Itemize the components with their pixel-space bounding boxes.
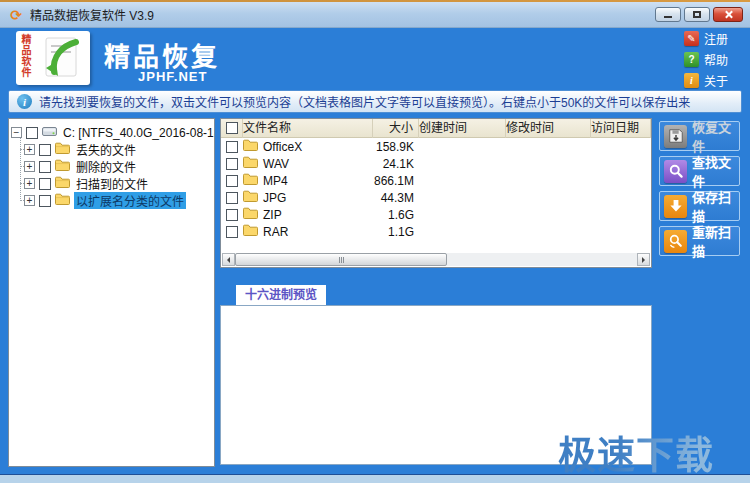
rescan-button[interactable]: 重新扫描 xyxy=(659,226,740,256)
row-checkbox[interactable] xyxy=(226,158,238,170)
about-link[interactable]: i 关于 xyxy=(684,72,740,88)
file-name: ZIP xyxy=(263,208,282,222)
scroll-left-button[interactable] xyxy=(222,253,235,266)
file-name: JPG xyxy=(263,191,286,205)
file-name: MP4 xyxy=(263,174,288,188)
tree-item-scanned-files[interactable]: + 扫描到的文件 xyxy=(24,175,212,192)
file-size: 158.9K xyxy=(373,140,419,154)
tree-item-by-extension[interactable]: + 以扩展名分类的文件 xyxy=(24,192,212,209)
folder-icon xyxy=(243,173,258,188)
table-header-row: 文件名称 大小 创建时间 修改时间 访问日期 xyxy=(221,119,651,138)
help-label: 帮助 xyxy=(704,51,728,68)
file-size: 866.1M xyxy=(373,174,419,188)
select-all-checkbox[interactable] xyxy=(226,122,238,134)
thumb-grip xyxy=(339,257,340,263)
app-window: ⟳ 精品数据恢复软件 V3.9 精品软件 精品恢复 JPHF.NET ✎ 注册 xyxy=(0,0,750,483)
column-size[interactable]: 大小 xyxy=(373,119,419,138)
register-link[interactable]: ✎ 注册 xyxy=(684,30,740,46)
scrollbar-thumb[interactable] xyxy=(235,253,447,266)
table-row[interactable]: MP4 866.1M xyxy=(221,172,651,189)
logo-badge-text: 精品软件 xyxy=(16,31,33,85)
find-files-button[interactable]: 查找文件 xyxy=(659,156,740,186)
folder-icon xyxy=(55,159,70,174)
table-row[interactable]: ZIP 1.6G xyxy=(221,206,651,223)
window-title: 精品数据恢复软件 V3.9 xyxy=(30,6,154,23)
folder-icon xyxy=(55,176,70,191)
expand-icon[interactable]: + xyxy=(24,195,35,206)
tree-item-checkbox[interactable] xyxy=(39,178,51,190)
save-scan-button[interactable]: 保存扫描 xyxy=(659,191,740,221)
file-size: 24.1K xyxy=(373,157,419,171)
scrollbar-track[interactable] xyxy=(235,253,637,266)
tree-item-lost-files[interactable]: + 丢失的文件 xyxy=(24,141,212,158)
file-size: 44.3M xyxy=(373,191,419,205)
row-checkbox[interactable] xyxy=(226,192,238,204)
tree-item-label-selected[interactable]: 以扩展名分类的文件 xyxy=(74,192,186,209)
app-name: 精品恢复 xyxy=(104,36,220,73)
minimize-icon xyxy=(664,16,672,18)
recover-files-label: 恢复文件 xyxy=(692,117,739,155)
file-size: 1.6G xyxy=(373,208,419,222)
website-label: JPHF.NET xyxy=(138,69,207,84)
find-files-label: 查找文件 xyxy=(692,152,739,190)
tab-hex-preview[interactable]: 十六进制预览 xyxy=(236,285,326,305)
info-icon: i xyxy=(17,94,32,109)
about-icon: i xyxy=(684,73,699,88)
tree-item-deleted-files[interactable]: + 删除的文件 xyxy=(24,158,212,175)
tree-root-label[interactable]: C: [NTFS_40.0G_2016-08-18] xyxy=(61,126,215,140)
folder-icon xyxy=(243,207,258,222)
about-label: 关于 xyxy=(704,72,728,89)
rescan-icon xyxy=(664,230,687,253)
scroll-right-icon xyxy=(642,257,648,263)
file-table: 文件名称 大小 创建时间 修改时间 访问日期 OfficeX 158.9K WA… xyxy=(220,118,652,268)
tree-item-checkbox[interactable] xyxy=(39,161,51,173)
help-link[interactable]: ? 帮助 xyxy=(684,51,740,67)
window-bottom-border xyxy=(0,475,750,483)
recover-files-button[interactable]: 恢复文件 xyxy=(659,121,740,151)
drive-tree-panel: − C: [NTFS_40.0G_2016-08-18] + 丢失的文件 + 删… xyxy=(8,118,215,467)
window-controls xyxy=(655,7,743,22)
tree-root-row[interactable]: − C: [NTFS_40.0G_2016-08-18] xyxy=(11,124,212,141)
expand-icon[interactable]: + xyxy=(24,178,35,189)
column-created[interactable]: 创建时间 xyxy=(419,119,506,138)
row-checkbox[interactable] xyxy=(226,226,238,238)
tree-item-checkbox[interactable] xyxy=(39,195,51,207)
scroll-left-icon xyxy=(224,257,230,263)
row-checkbox[interactable] xyxy=(226,175,238,187)
expand-icon[interactable]: + xyxy=(24,144,35,155)
title-bar[interactable]: ⟳ 精品数据恢复软件 V3.9 xyxy=(0,2,750,28)
row-checkbox[interactable] xyxy=(226,141,238,153)
file-size: 1.1G xyxy=(373,225,419,239)
scroll-right-button[interactable] xyxy=(637,253,650,266)
maximize-button[interactable] xyxy=(684,7,710,22)
info-text: 请先找到要恢复的文件，双击文件可以预览内容（文档表格图片文字等可以直接预览）。右… xyxy=(39,93,690,110)
table-row[interactable]: JPG 44.3M xyxy=(221,189,651,206)
folder-icon xyxy=(243,156,258,171)
recover-files-icon xyxy=(664,125,687,148)
tree-item-label[interactable]: 扫描到的文件 xyxy=(74,175,150,192)
collapse-icon[interactable]: − xyxy=(11,127,22,138)
app-logo: 精品软件 xyxy=(16,31,90,85)
expand-icon[interactable]: + xyxy=(24,161,35,172)
column-accessed[interactable]: 访问日期 xyxy=(591,119,651,138)
close-button[interactable] xyxy=(713,7,743,22)
thumb-grip xyxy=(343,257,344,263)
column-file-name[interactable]: 文件名称 xyxy=(243,119,373,138)
table-row[interactable]: WAV 24.1K xyxy=(221,155,651,172)
folder-icon xyxy=(55,193,70,208)
table-row[interactable]: OfficeX 158.9K xyxy=(221,138,651,155)
tree-root-checkbox[interactable] xyxy=(26,127,38,139)
row-checkbox[interactable] xyxy=(226,209,238,221)
column-modified[interactable]: 修改时间 xyxy=(506,119,591,138)
folder-icon xyxy=(243,139,258,154)
maximize-icon xyxy=(693,11,701,18)
logo-swoosh-icon xyxy=(33,31,90,85)
tree-item-label[interactable]: 删除的文件 xyxy=(74,158,138,175)
table-row[interactable]: RAR 1.1G xyxy=(221,223,651,240)
file-name: OfficeX xyxy=(263,140,302,154)
minimize-button[interactable] xyxy=(655,7,681,22)
tree-item-checkbox[interactable] xyxy=(39,144,51,156)
horizontal-scrollbar[interactable] xyxy=(222,253,650,266)
tree-item-label[interactable]: 丢失的文件 xyxy=(74,141,138,158)
folder-icon xyxy=(55,142,70,157)
